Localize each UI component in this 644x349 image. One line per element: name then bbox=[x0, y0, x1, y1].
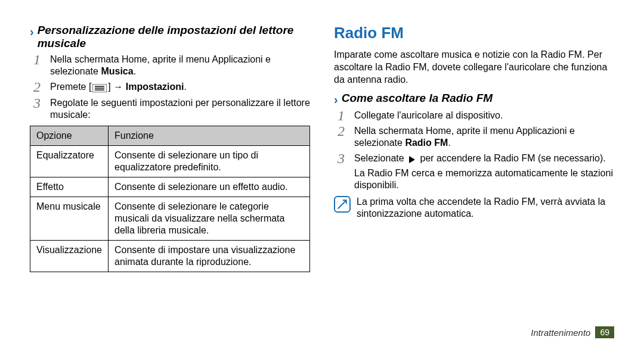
step-bold: Musica bbox=[101, 66, 133, 76]
note-box: La prima volta che accendete la Radio FM… bbox=[334, 196, 614, 220]
step-number: 3 bbox=[33, 97, 44, 109]
step-number: 1 bbox=[33, 54, 44, 66]
menu-icon bbox=[92, 82, 107, 94]
section-title: Come ascoltare la Radio FM bbox=[342, 92, 493, 105]
table-row: Visualizzazione Consente di impostare un… bbox=[30, 240, 310, 272]
step-extra: La Radio FM cerca e memorizza automatica… bbox=[354, 167, 614, 191]
table-row: Equalizzatore Consente di selezionare un… bbox=[30, 145, 310, 177]
step-text: Collegate l'auricolare al dispositivo. bbox=[354, 110, 503, 120]
settings-table: Opzione Funzione Equalizzatore Consente … bbox=[30, 126, 310, 272]
step-number: 3 bbox=[338, 152, 348, 164]
chevron-icon: › bbox=[30, 25, 34, 38]
step-text: Premete [ bbox=[50, 82, 91, 92]
table-header: Funzione bbox=[109, 126, 310, 145]
footer-section: Intrattenimento bbox=[531, 328, 590, 338]
table-cell: Consente di selezionare un tipo di equal… bbox=[109, 145, 310, 177]
table-header: Opzione bbox=[30, 126, 109, 145]
step-text: Nella schermata Home, aprite il menu App… bbox=[354, 126, 575, 148]
step-bold: Radio FM bbox=[405, 138, 448, 148]
list-item: 1 Collegate l'auricolare al dispositivo. bbox=[338, 110, 614, 121]
left-column: › Personalizzazione delle impostazioni d… bbox=[30, 24, 310, 322]
list-item: 3 Regolate le seguenti impostazioni per … bbox=[33, 97, 310, 121]
table-cell: Menu musicale bbox=[30, 197, 109, 240]
table-row: Menu musicale Consente di selezionare le… bbox=[30, 197, 310, 240]
list-item: 2 Premete [] → Impostazioni. bbox=[33, 81, 310, 94]
page-number: 69 bbox=[595, 326, 614, 338]
list-item: 2 Nella schermata Home, aprite il menu A… bbox=[338, 125, 614, 149]
page-footer: Intrattenimento 69 bbox=[531, 326, 614, 338]
page-title: Radio FM bbox=[334, 24, 614, 42]
table-row: Effetto Consente di selezionare un effet… bbox=[30, 177, 310, 197]
intro-text: Imparate come ascoltare musica e notizie… bbox=[334, 48, 614, 86]
list-item: 1 Nella schermata Home, aprite il menu A… bbox=[33, 54, 310, 77]
table-cell: Visualizzazione bbox=[30, 240, 109, 272]
step-text-post: . bbox=[184, 82, 186, 92]
step-number: 2 bbox=[338, 125, 348, 137]
section-heading-listen: › Come ascoltare la Radio FM bbox=[334, 92, 614, 106]
table-cell: Consente di impostare una visualizzazion… bbox=[109, 240, 310, 272]
steps-list-left: 1 Nella schermata Home, aprite il menu A… bbox=[30, 54, 310, 121]
section-heading-settings: › Personalizzazione delle impostazioni d… bbox=[30, 24, 310, 50]
step-text-post: . bbox=[448, 138, 450, 148]
step-number: 1 bbox=[338, 110, 348, 121]
table-cell: Consente di selezionare le categorie mus… bbox=[109, 197, 310, 240]
chevron-icon: › bbox=[334, 93, 338, 106]
step-text-mid: ] → bbox=[108, 82, 125, 92]
section-title: Personalizzazione delle impostazioni del… bbox=[38, 24, 310, 50]
steps-list-right: 1 Collegate l'auricolare al dispositivo.… bbox=[334, 110, 614, 191]
table-cell: Effetto bbox=[30, 177, 109, 197]
note-text: La prima volta che accendete la Radio FM… bbox=[357, 196, 614, 220]
play-icon bbox=[408, 153, 416, 165]
step-text-mid: per accendere la Radio FM (se necessario… bbox=[417, 153, 606, 163]
list-item: 3 Selezionate per accendere la Radio FM … bbox=[338, 152, 614, 191]
step-text: Nella schermata Home, aprite il menu App… bbox=[50, 54, 271, 76]
table-cell: Consente di selezionare un effetto audio… bbox=[109, 177, 310, 197]
svg-marker-4 bbox=[409, 156, 415, 163]
step-number: 2 bbox=[33, 81, 44, 93]
step-text: Regolate le seguenti impostazioni per pe… bbox=[50, 98, 310, 120]
table-cell: Equalizzatore bbox=[30, 145, 109, 177]
step-text-post: . bbox=[134, 66, 136, 76]
step-bold: Impostazioni bbox=[126, 82, 184, 92]
step-text: Selezionate bbox=[354, 153, 407, 163]
right-column: Radio FM Imparate come ascoltare musica … bbox=[334, 24, 614, 322]
note-icon bbox=[334, 196, 351, 213]
